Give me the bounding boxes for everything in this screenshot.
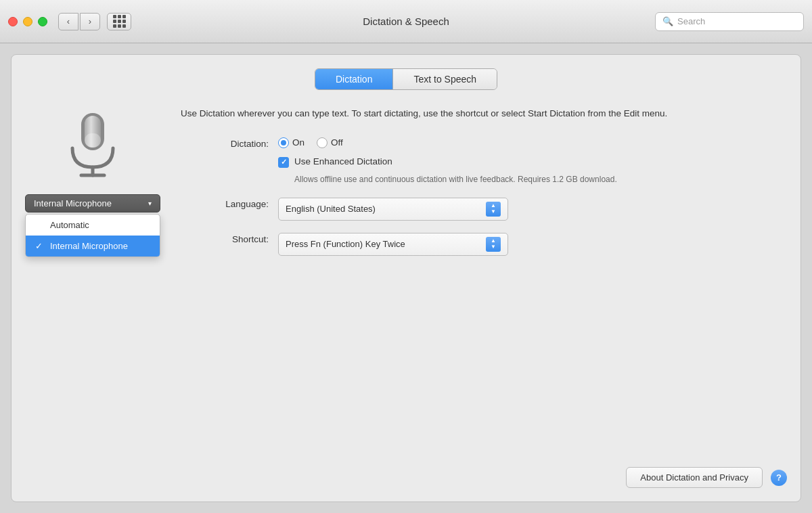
grid-icon [113,15,126,28]
dropdown-item-internal-mic[interactable]: ✓ Internal Microphone [26,236,160,256]
description-text: Use Dictation wherever you can type text… [181,106,787,121]
radio-on-inner [281,140,286,146]
search-box[interactable]: 🔍 Search [655,12,804,31]
language-value: English (United States) [286,204,376,214]
dictation-label: Dictation: [181,137,269,149]
checkmark-selected-icon: ✓ [35,241,45,251]
search-icon: 🔍 [662,16,673,26]
chevron-down-icon: ▾ [148,200,152,207]
dropdown-item-automatic[interactable]: Automatic [26,215,160,236]
arrow-down-icon: ▼ [491,244,496,250]
language-control: English (United States) ▲ ▼ [278,198,787,221]
shortcut-row: Shortcut: Press Fn (Function) Key Twice … [181,233,787,256]
microphone-dropdown-menu: Automatic ✓ Internal Microphone [25,214,160,257]
enhanced-dictation-row: ✓ Use Enhanced Dictation [278,156,787,168]
shortcut-arrows-icon: ▲ ▼ [486,237,501,252]
svg-rect-4 [85,133,101,148]
arrow-up-icon: ▲ [491,238,496,244]
radio-off-circle[interactable] [317,137,328,148]
arrow-up-icon: ▲ [491,203,496,208]
tabs: Dictation Text to Speech [25,68,787,90]
radio-on[interactable]: On [278,137,304,148]
content-layout: Internal Microphone ▾ Automatic ✓ Intern… [25,106,787,268]
checkmark-icon: ✓ [281,158,287,166]
help-button[interactable]: ? [771,470,787,486]
shortcut-label: Shortcut: [181,233,269,244]
nav-buttons: ‹ › [58,13,100,30]
radio-on-circle[interactable] [278,137,289,148]
close-button[interactable] [8,17,18,26]
arrow-down-icon: ▼ [491,209,496,215]
enhanced-label: Use Enhanced Dictation [294,156,392,166]
right-panel: Use Dictation wherever you can type text… [181,106,787,268]
shortcut-select[interactable]: Press Fn (Function) Key Twice ▲ ▼ [278,233,508,256]
traffic-lights [8,17,47,26]
microphone-dropdown-button[interactable]: Internal Microphone ▾ [25,194,160,213]
main-content: Dictation Text to Speech [11,54,801,502]
window-title: Dictation & Speech [363,16,449,27]
minimize-button[interactable] [23,17,32,26]
language-select[interactable]: English (United States) ▲ ▼ [278,198,508,221]
enhanced-label-group: Use Enhanced Dictation [294,156,392,166]
microphone-selected-label: Internal Microphone [34,198,112,208]
mic-icon [62,106,123,183]
dictation-row: Dictation: On Off [181,137,787,185]
microphone-dropdown-container: Internal Microphone ▾ Automatic ✓ Intern… [25,194,160,213]
language-label: Language: [181,198,269,209]
dictation-control: On Off ✓ Use Enhanced Dictation [278,137,787,185]
enhanced-checkbox[interactable]: ✓ [278,157,289,168]
radio-on-label: On [292,137,304,148]
dropdown-item-label: Internal Microphone [50,241,128,251]
title-bar: ‹ › Dictation & Speech 🔍 Search [0,0,812,43]
radio-off-label: Off [331,137,343,148]
bottom-row: About Dictation and Privacy ? [626,467,787,488]
language-row: Language: English (United States) ▲ ▼ [181,198,787,221]
shortcut-value: Press Fn (Function) Key Twice [286,239,405,249]
forward-button[interactable]: › [80,13,100,30]
select-arrows-icon: ▲ ▼ [486,202,501,217]
grid-view-button[interactable] [107,13,131,30]
about-dictation-button[interactable]: About Dictation and Privacy [626,467,763,488]
search-input[interactable]: Search [677,16,705,26]
left-panel: Internal Microphone ▾ Automatic ✓ Intern… [25,106,160,213]
dictation-radio-group: On Off [278,137,787,148]
tab-dictation[interactable]: Dictation [315,69,393,89]
fullscreen-button[interactable] [38,17,47,26]
enhanced-description: Allows offline use and continuous dictat… [294,173,787,185]
shortcut-control: Press Fn (Function) Key Twice ▲ ▼ [278,233,787,256]
tab-tts[interactable]: Text to Speech [393,69,497,89]
radio-off[interactable]: Off [317,137,343,148]
back-button[interactable]: ‹ [58,13,78,30]
dropdown-item-label: Automatic [50,220,89,230]
tab-group: Dictation Text to Speech [315,68,497,90]
